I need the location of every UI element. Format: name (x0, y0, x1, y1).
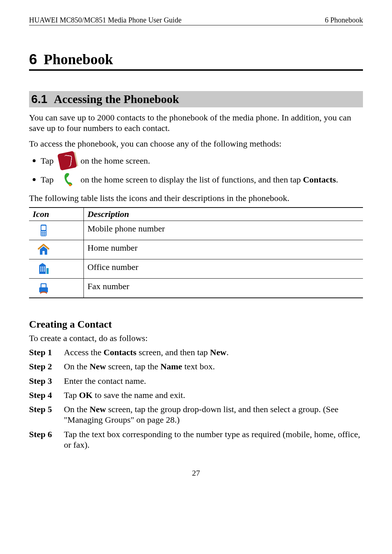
svg-rect-23 (46, 268, 49, 274)
svg-rect-4 (43, 231, 44, 232)
svg-rect-20 (40, 270, 41, 271)
table-cell-desc: Mobile phone number (83, 221, 363, 240)
section-heading: 6.1 Accessing the Phonebook (29, 91, 363, 107)
header-left: HUAWEI MC850/MC851 Media Phone User Guid… (29, 16, 181, 24)
method-2: Tap on the home screen to display the li… (29, 171, 363, 188)
method-1-post: on the home screen. (81, 156, 150, 166)
svg-rect-16 (44, 267, 45, 268)
icon-description-table: Icon Description Mobile phone number (29, 207, 363, 298)
svg-rect-3 (41, 231, 42, 232)
bullet-icon (33, 159, 36, 162)
intro-paragraph-2: To access the phonebook, you can choose … (29, 139, 363, 149)
page-number: 27 (29, 468, 363, 478)
svg-rect-6 (41, 233, 42, 234)
step-row: Step 5On the New screen, tap the group d… (29, 404, 363, 426)
svg-rect-21 (42, 270, 43, 271)
step-text: Enter the contact name. (64, 376, 146, 386)
header-right: 6 Phonebook (325, 16, 363, 24)
step-label: Step 3 (29, 376, 58, 386)
bullet-icon (33, 178, 36, 181)
phonebook-app-icon (59, 152, 75, 169)
step-row: Step 3Enter the contact name. (29, 376, 363, 386)
step-row: Step 4Tap OK to save the name and exit. (29, 390, 363, 401)
step-row: Step 6Tap the text box corresponding to … (29, 429, 363, 451)
table-row: Home number (29, 240, 363, 259)
running-header: HUAWEI MC850/MC851 Media Phone User Guid… (29, 16, 363, 25)
chapter-number: 6 (29, 51, 37, 67)
svg-rect-9 (41, 234, 42, 235)
step-label: Step 1 (29, 347, 58, 358)
svg-marker-13 (39, 263, 46, 265)
svg-rect-8 (45, 233, 46, 234)
fax-icon (37, 282, 50, 295)
section-number: 6.1 (31, 93, 47, 106)
step-label: Step 6 (29, 429, 58, 451)
mobile-icon (37, 224, 50, 237)
subsection-heading: Creating a Contact (29, 319, 363, 330)
step-label: Step 5 (29, 404, 58, 426)
section-title: Accessing the Phonebook (54, 93, 179, 106)
svg-rect-10 (43, 234, 44, 235)
home-icon (37, 243, 50, 256)
svg-rect-19 (44, 268, 45, 270)
table-header-row: Icon Description (29, 208, 363, 221)
table-header-desc: Description (83, 208, 363, 221)
svg-point-0 (69, 184, 72, 186)
step-row: Step 1Access the Contacts screen, and th… (29, 347, 363, 358)
svg-rect-14 (40, 267, 41, 268)
step-text: On the New screen, tap the Name text box… (64, 361, 215, 372)
table-row: Fax number (29, 279, 363, 297)
table-row: Office number (29, 259, 363, 279)
office-icon (37, 262, 50, 275)
table-intro: The following table lists the icons and … (29, 193, 363, 204)
svg-rect-5 (45, 231, 46, 232)
svg-rect-7 (43, 233, 44, 234)
chapter-heading: 6 Phonebook (29, 51, 363, 71)
svg-rect-11 (45, 234, 46, 235)
method-1-pre: Tap (41, 156, 54, 166)
steps-list: Step 1Access the Contacts screen, and th… (29, 347, 363, 450)
table-row: Mobile phone number (29, 221, 363, 240)
svg-rect-17 (40, 268, 41, 270)
method-2-pre: Tap (41, 175, 54, 185)
step-text: On the New screen, tap the group drop-do… (64, 404, 363, 426)
step-text: Access the Contacts screen, and then tap… (64, 347, 229, 358)
svg-rect-2 (41, 226, 46, 230)
access-methods-list: Tap on the home screen. Tap on the ho (29, 152, 363, 188)
call-handset-icon (59, 171, 75, 188)
method-2-text: on the home screen to display the list o… (81, 175, 338, 185)
steps-intro: To create a contact, do as follows: (29, 333, 363, 344)
intro-paragraph-1: You can save up to 2000 contacts to the … (29, 112, 363, 134)
table-cell-desc: Home number (83, 240, 363, 259)
svg-rect-18 (42, 268, 43, 270)
svg-rect-22 (44, 270, 45, 271)
step-label: Step 2 (29, 361, 58, 372)
table-cell-desc: Fax number (83, 279, 363, 297)
step-text: Tap OK to save the name and exit. (64, 390, 185, 401)
svg-rect-15 (42, 267, 43, 268)
step-label: Step 4 (29, 390, 58, 401)
step-text: Tap the text box corresponding to the nu… (64, 429, 363, 451)
step-row: Step 2On the New screen, tap the Name te… (29, 361, 363, 372)
table-cell-desc: Office number (83, 259, 363, 278)
method-1: Tap on the home screen. (29, 152, 363, 169)
table-header-icon: Icon (29, 208, 83, 221)
chapter-title: Phonebook (44, 51, 113, 68)
